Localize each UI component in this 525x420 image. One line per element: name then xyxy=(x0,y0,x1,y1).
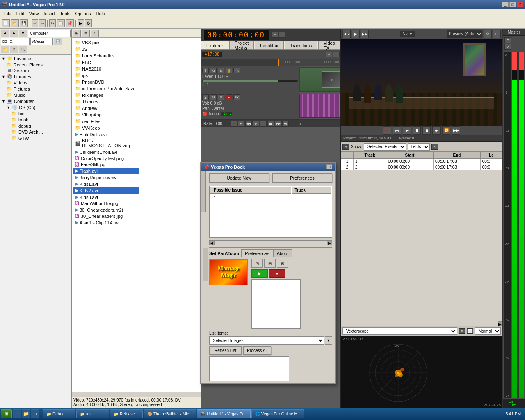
scroll-right-btn[interactable]: ▶ xyxy=(498,321,502,326)
tree-bin[interactable]: 📁 bin xyxy=(1,110,71,116)
panzoom-tab-about[interactable]: About xyxy=(273,250,292,257)
scroll-right-btn2[interactable]: ► xyxy=(327,241,332,245)
file-aisin[interactable]: ▶ Aisin1 - Clip 014.avi xyxy=(73,219,139,226)
panzoom-red-btn[interactable]: ■ xyxy=(269,269,285,278)
tree-videos[interactable]: 📁 Videos xyxy=(1,80,71,86)
file-kids2[interactable]: ▶ Kids2.avi xyxy=(73,187,139,194)
prev-ctl-next[interactable]: ⏭ xyxy=(432,126,441,135)
taskbar-explorer-icon[interactable]: 📁 xyxy=(22,409,30,418)
file-cheer-m2t[interactable]: ▶ 30_Chearleaders.m2t xyxy=(73,207,139,213)
view-btn2[interactable]: ≡ xyxy=(82,30,90,37)
start-button[interactable]: ⊞ xyxy=(1,409,12,418)
list-items-select[interactable]: Selected Images xyxy=(209,336,324,345)
vectorscope-settings[interactable]: ⚙ xyxy=(459,328,465,334)
tree-recent[interactable]: 📁 Recent Places xyxy=(1,62,71,68)
next-btn[interactable]: ▶▶ xyxy=(275,121,281,127)
rewind-btn[interactable]: ⏮ xyxy=(238,121,244,127)
tab-explorer[interactable]: Explorer xyxy=(201,41,228,49)
file-face[interactable]: 🖼 FaceStill.jpg xyxy=(73,162,139,167)
video-clip-1[interactable]: ▶ ⟺ xyxy=(299,67,340,92)
master-btn1[interactable]: ⚙ xyxy=(504,37,511,43)
dropdown-button[interactable]: ▼ xyxy=(19,30,27,37)
back-button[interactable]: ◄ xyxy=(1,30,9,37)
events-pin[interactable]: ◄ xyxy=(342,144,349,150)
save-btn[interactable]: 💾 xyxy=(20,19,28,27)
maximize-button[interactable]: □ xyxy=(509,2,516,7)
paste-btn[interactable]: 📌 xyxy=(66,19,74,27)
track-add[interactable]: + xyxy=(272,32,278,38)
update-now-button[interactable]: Update Now xyxy=(209,173,269,183)
panzoom-pin-handle[interactable] xyxy=(203,248,208,281)
track-1-lock[interactable]: 🔒 xyxy=(226,68,232,73)
pause-btn[interactable]: ⏸ xyxy=(260,121,267,127)
events-scrollbar[interactable]: ▶ xyxy=(341,321,502,326)
tree-music[interactable]: 📁 Music xyxy=(1,92,71,98)
file-choir[interactable]: ▶ Children'sChoir.avi xyxy=(73,149,139,155)
file-cheer-jpg[interactable]: 🖼 30_Chearleaders.jpg xyxy=(73,213,139,219)
file-hscrollbar[interactable] xyxy=(72,392,201,397)
menu-file[interactable]: File xyxy=(2,10,14,17)
tab-videofx[interactable]: Video FX xyxy=(318,41,340,49)
menu-options[interactable]: Options xyxy=(73,10,94,17)
cut-btn[interactable]: ✂ xyxy=(49,19,56,27)
preview-quality-select[interactable]: Preview (Auto) Best (Full) Good (Half) xyxy=(447,30,483,38)
tree-pictures[interactable]: 📁 Pictures xyxy=(1,86,71,92)
view-btn1[interactable]: ⊞ xyxy=(73,30,81,37)
minimize-button[interactable]: _ xyxy=(502,2,509,7)
tree-dvd[interactable]: 📁 DVD Archi... xyxy=(1,129,71,135)
render-btn[interactable]: ▶ xyxy=(78,19,84,27)
prev-ctl-loop[interactable]: 🔁 xyxy=(442,126,450,135)
refresh-btn[interactable]: 🔃 xyxy=(54,38,62,45)
tab-transitions[interactable]: Transitions xyxy=(285,41,317,49)
master-btn2[interactable]: M xyxy=(504,44,511,50)
tl-zoom-out[interactable]: - xyxy=(333,52,340,57)
tree-libraries[interactable]: ▼ 📚 Libraries xyxy=(1,73,71,80)
tl-zoom-in[interactable]: + xyxy=(326,52,332,57)
scroll-left-btn[interactable]: ◄ xyxy=(210,241,215,245)
process-all-button[interactable]: Process All xyxy=(243,346,271,355)
tab-excalibur[interactable]: Excalibur xyxy=(255,41,284,49)
folder-vbs-pics[interactable]: 📁 VBS pics xyxy=(73,39,139,46)
redo-btn[interactable]: ↪ xyxy=(39,19,46,27)
copy-btn[interactable]: 📋 xyxy=(57,19,65,27)
prev-ctl-rewind[interactable]: ⏮ xyxy=(393,126,401,135)
taskbar-test[interactable]: 📁 test xyxy=(76,409,109,418)
play-btn[interactable]: ▶ xyxy=(253,121,259,127)
track-2-arm[interactable]: ● xyxy=(226,94,232,100)
folder-nab[interactable]: 📁 NAB2010 xyxy=(73,66,139,72)
file-man[interactable]: 🖼 ManWithoutTie.jpg xyxy=(73,201,139,206)
preview-fwd[interactable]: ▶▶ xyxy=(361,30,369,38)
prev-btn[interactable]: ◀◀ xyxy=(245,121,252,127)
folder-larry[interactable]: 📁 Larry Schaudies xyxy=(73,52,139,59)
open-btn[interactable]: 📂 xyxy=(11,19,19,27)
taskbar-debug[interactable]: 📁 Debug xyxy=(43,409,75,418)
track-2-fx[interactable]: FX xyxy=(233,94,240,100)
delete-btn[interactable]: ✕ xyxy=(10,46,18,53)
tree-gtw[interactable]: 📁 GTW xyxy=(1,135,71,141)
file-bugdemo[interactable]: 🎬 BUG-DEMONSTRATION.veg xyxy=(73,138,139,148)
folder-prison[interactable]: 📁 PrisonDVD xyxy=(73,79,139,85)
sort-btn[interactable]: ↕ xyxy=(91,30,99,37)
menu-view[interactable]: View xyxy=(27,10,41,17)
end-btn[interactable]: ⏭ xyxy=(282,121,289,127)
close-button[interactable]: ✕ xyxy=(517,2,523,7)
track-2-solo[interactable]: S xyxy=(218,94,224,100)
file-color[interactable]: 🖼 ColorOpacityTest.png xyxy=(73,155,139,161)
menu-help[interactable]: Help xyxy=(93,10,107,17)
new-folder-btn[interactable]: 📁 xyxy=(1,46,9,53)
refresh-list-button[interactable]: Refresh List xyxy=(209,346,242,355)
file-jerry[interactable]: ▶ JerryRiopelle.wmv xyxy=(73,174,139,180)
audio-clip-1[interactable]: ⟺ xyxy=(299,94,340,118)
level-slider-bg[interactable] xyxy=(202,80,298,82)
folder-ded[interactable]: 📁 ded Files xyxy=(73,118,139,124)
tree-osc[interactable]: ▼ 💿 OS (C:\) xyxy=(1,104,71,110)
track-1-fx[interactable]: FX xyxy=(233,68,240,73)
undo-btn[interactable]: ↩ xyxy=(32,19,38,27)
vectorscope-mode-select[interactable]: Normal xyxy=(475,327,501,335)
prev-ctl-pause[interactable]: ⏸ xyxy=(413,126,421,135)
folder-vvkeep[interactable]: 📁 VV-Keep xyxy=(73,125,139,131)
prev-ctl-fwd[interactable]: ▶▶ xyxy=(452,126,460,135)
prev-ctl-record[interactable]: ● xyxy=(383,126,391,135)
track-1-solo[interactable]: S xyxy=(218,68,224,73)
events-close[interactable]: ✕ xyxy=(431,144,438,150)
